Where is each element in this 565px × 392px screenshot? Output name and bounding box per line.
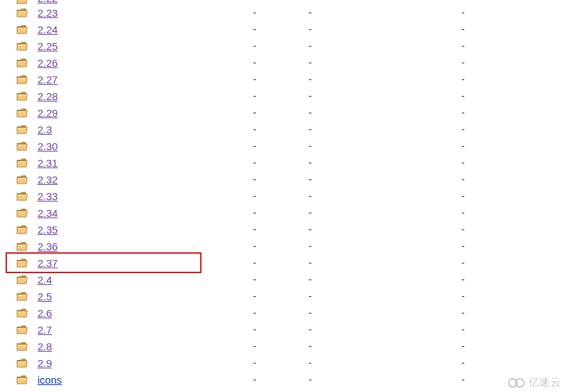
last-modified-cell: - xyxy=(253,307,309,318)
description-cell: - xyxy=(461,257,517,268)
folder-link[interactable]: 2.30 xyxy=(38,140,58,152)
folder-link[interactable]: 2.27 xyxy=(38,74,58,85)
name-cell: 2.30 xyxy=(32,140,253,152)
folder-icon xyxy=(17,125,32,134)
description-cell: - xyxy=(461,107,517,118)
folder-link[interactable]: 2.24 xyxy=(38,24,58,35)
name-cell: 2.8 xyxy=(32,341,253,352)
directory-listing: 2.22---2.23---2.24---2.25---2.26---2.27-… xyxy=(0,0,565,388)
svg-rect-4 xyxy=(18,61,26,62)
last-modified-cell: - xyxy=(253,274,309,285)
size-cell: - xyxy=(309,190,461,202)
description-cell: - xyxy=(461,307,517,318)
table-row: 2.25--- xyxy=(0,38,565,54)
description-cell: - xyxy=(461,207,517,218)
name-cell: 2.3 xyxy=(32,124,253,136)
folder-link[interactable]: 2.31 xyxy=(38,157,58,169)
folder-icon xyxy=(17,92,32,101)
last-modified-cell: - xyxy=(253,90,309,101)
folder-link[interactable]: 2.35 xyxy=(38,224,58,236)
table-row: 2.37--- xyxy=(0,254,565,271)
folder-icon xyxy=(17,8,32,17)
folder-icon xyxy=(17,309,32,318)
folder-link[interactable]: 2.8 xyxy=(38,341,52,352)
last-modified-cell: - xyxy=(253,7,309,18)
folder-icon xyxy=(17,292,32,301)
table-row: 2.35--- xyxy=(0,221,565,238)
folder-link[interactable]: 2.5 xyxy=(38,291,52,302)
description-cell: - xyxy=(461,291,517,302)
folder-link[interactable]: 2.28 xyxy=(38,90,58,102)
last-modified-cell: - xyxy=(253,174,309,185)
folder-icon xyxy=(17,175,32,184)
description-cell: - xyxy=(461,157,517,168)
last-modified-cell: - xyxy=(253,140,309,152)
folder-link[interactable]: 2.3 xyxy=(38,124,52,136)
folder-link[interactable]: 2.32 xyxy=(38,174,58,186)
size-cell: - xyxy=(309,240,461,252)
folder-icon xyxy=(17,42,32,51)
svg-rect-18 xyxy=(18,295,26,295)
table-row: 2.28--- xyxy=(0,88,565,104)
size-cell: - xyxy=(309,57,461,68)
folder-link[interactable]: 2.7 xyxy=(38,324,52,336)
name-cell: 2.26 xyxy=(32,57,253,69)
table-row: 2.23--- xyxy=(0,4,565,21)
table-row: 2.8--- xyxy=(0,338,565,354)
folder-icon xyxy=(17,75,32,84)
table-row: 2.32--- xyxy=(0,171,565,188)
folder-link[interactable]: 2.34 xyxy=(38,207,58,219)
size-cell: - xyxy=(309,124,461,135)
name-cell: 2.7 xyxy=(32,324,253,336)
folder-link[interactable]: 2.33 xyxy=(38,190,58,202)
folder-icon xyxy=(17,209,32,218)
description-cell: - xyxy=(461,240,517,252)
table-row: 2.26--- xyxy=(0,54,565,71)
name-cell: 2.27 xyxy=(32,74,253,85)
last-modified-cell: - xyxy=(253,291,309,302)
size-cell: - xyxy=(309,374,461,385)
description-cell: - xyxy=(461,174,517,185)
table-row: 2.29--- xyxy=(0,104,565,121)
last-modified-cell: - xyxy=(253,374,309,385)
folder-link[interactable]: 2.4 xyxy=(38,274,52,286)
folder-link[interactable]: 2.26 xyxy=(38,57,58,69)
folder-link[interactable]: 2.6 xyxy=(38,307,52,319)
folder-link[interactable]: 2.25 xyxy=(38,40,58,52)
description-cell: - xyxy=(461,341,517,352)
table-row: 2.9--- xyxy=(0,354,565,371)
svg-rect-14 xyxy=(18,228,26,229)
name-cell: 2.24 xyxy=(32,24,253,35)
folder-link[interactable]: 2.29 xyxy=(38,107,58,119)
table-row: 2.7--- xyxy=(0,321,565,338)
svg-rect-11 xyxy=(18,178,26,179)
svg-rect-6 xyxy=(18,95,26,95)
svg-rect-22 xyxy=(18,361,26,362)
name-cell: 2.25 xyxy=(32,40,253,52)
last-modified-cell: - xyxy=(253,157,309,168)
folder-link[interactable]: 2.37 xyxy=(38,257,58,269)
folder-icon xyxy=(17,25,32,34)
last-modified-cell: - xyxy=(253,107,309,118)
folder-link[interactable]: 2.23 xyxy=(38,7,58,19)
folder-link[interactable]: 2.9 xyxy=(38,357,52,369)
folder-icon xyxy=(17,325,32,334)
size-cell: - xyxy=(309,107,461,118)
folder-link[interactable]: 2.36 xyxy=(38,240,58,252)
description-cell: - xyxy=(461,374,517,385)
last-modified-cell: - xyxy=(253,57,309,68)
last-modified-cell: - xyxy=(253,40,309,51)
description-cell: - xyxy=(461,190,517,202)
size-cell: - xyxy=(309,357,461,368)
name-cell: 2.36 xyxy=(32,240,253,252)
svg-rect-1 xyxy=(18,11,26,12)
name-cell: 2.23 xyxy=(32,7,253,19)
size-cell: - xyxy=(309,207,461,218)
folder-link[interactable]: icons xyxy=(38,374,62,386)
svg-rect-5 xyxy=(18,78,26,79)
size-cell: - xyxy=(309,140,461,152)
description-cell: - xyxy=(461,40,517,51)
description-cell: - xyxy=(461,90,517,101)
size-cell: - xyxy=(309,257,461,268)
last-modified-cell: - xyxy=(253,190,309,202)
